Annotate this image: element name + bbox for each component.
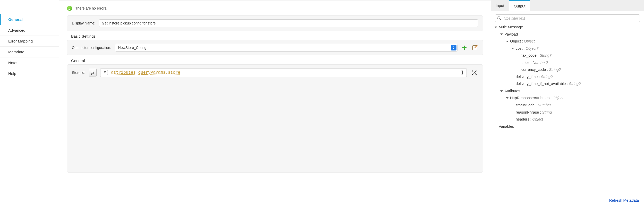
metadata-tree: Mule MessagePayloadObject:Objectcost:Obj… (491, 24, 644, 131)
fx-toggle-button[interactable]: fx (89, 69, 97, 76)
expr-part-1: attributes (111, 70, 136, 75)
search-icon (497, 16, 501, 20)
tree-node-name: delivery_time_if_not_available (516, 80, 566, 88)
status-row: There are no errors. (67, 6, 483, 11)
open-expression-editor-button[interactable] (470, 69, 478, 76)
nav-item-metadata[interactable]: Metadata (0, 47, 59, 57)
tree-node[interactable]: Attributes (494, 88, 641, 95)
tree-node-name: Payload (504, 31, 518, 38)
refresh-metadata-link[interactable]: Refresh Metadata (609, 198, 639, 202)
tree-type-separator: : (529, 116, 532, 123)
tree-type-separator: : (549, 95, 553, 102)
tree-node[interactable]: delivery_time_if_not_available:String? (494, 80, 641, 88)
display-name-panel: Display Name: (67, 15, 483, 31)
tree-node-name: delivery_time (516, 73, 538, 81)
tree-type-separator: : (537, 52, 540, 59)
tree-type-separator: : (539, 109, 542, 116)
tree-node-type: Number? (532, 59, 548, 66)
expr-part-3: store (168, 70, 180, 75)
tree-type-separator: : (566, 80, 569, 88)
edit-config-button[interactable] (471, 44, 478, 51)
expr-hash: # (104, 70, 106, 75)
tree-node[interactable]: Variables (494, 123, 641, 130)
tree-node-name: price (521, 59, 529, 66)
expr-dot-1: . (136, 70, 138, 75)
tree-node-type: String? (549, 66, 561, 73)
tree-node-type: Number (538, 102, 551, 109)
basic-settings-panel: Connector configuration: (67, 40, 483, 55)
store-id-expression-input[interactable]: # [ attributes . queryParams . store ] (100, 68, 467, 77)
nav-item-advanced[interactable]: Advanced (0, 25, 59, 36)
tree-node-name: tax_code (521, 52, 537, 59)
plus-icon (462, 46, 467, 50)
tree-type-separator: : (523, 45, 526, 52)
tree-node-type: Object (553, 95, 563, 102)
tree-node-name: HttpResponseAttributes (510, 95, 549, 102)
nav-item-notes[interactable]: Notes (0, 57, 59, 68)
tree-type-separator: : (546, 66, 549, 73)
tree-node[interactable]: Payload (494, 31, 641, 38)
tree-node-name: statusCode (516, 102, 535, 109)
tab-input[interactable]: Input (491, 0, 509, 11)
tree-node-name: reasonPhrase (516, 109, 539, 116)
display-name-label: Display Name: (72, 21, 95, 25)
tree-node[interactable]: currency_code:String? (494, 66, 641, 73)
tree-node-type: Object? (526, 45, 539, 52)
expr-dot-2: . (165, 70, 168, 75)
connector-config-label: Connector configuration: (72, 46, 111, 50)
tree-node[interactable]: cost:Object? (494, 45, 641, 52)
nav-item-general[interactable]: General (0, 14, 59, 25)
tree-node-type: String (542, 109, 552, 116)
tree-node-name: Variables (499, 123, 514, 130)
tree-node[interactable]: price:Number? (494, 59, 641, 66)
status-text: There are no errors. (75, 6, 107, 10)
connector-config-select[interactable] (115, 44, 457, 52)
connector-config-select-wrap (115, 44, 457, 52)
chevron-down-icon[interactable] (494, 25, 498, 29)
tree-type-separator: : (529, 59, 532, 66)
tree-node-name: Object (510, 38, 521, 45)
tree-node[interactable]: statusCode:Number (494, 102, 641, 109)
tree-node-name: Attributes (504, 88, 520, 95)
metadata-filter-input[interactable] (495, 14, 640, 22)
tree-node-name: cost (516, 45, 523, 52)
tree-type-separator: : (538, 73, 541, 81)
basic-settings-heading: Basic Settings (71, 34, 483, 38)
tree-node[interactable]: delivery_time:String? (494, 73, 641, 81)
edit-icon (472, 45, 477, 50)
tree-node-type: Object (524, 38, 535, 45)
tree-node[interactable]: headers:Object (494, 116, 641, 123)
io-tabs: Input Output (491, 0, 644, 11)
chevron-down-icon[interactable] (500, 32, 503, 36)
store-id-label: Store id: (72, 71, 85, 75)
tab-output[interactable]: Output (509, 0, 530, 11)
tree-type-separator: : (535, 102, 538, 109)
tree-node[interactable]: reasonPhrase:String (494, 109, 641, 116)
left-nav: General Advanced Error Mapping Metadata … (0, 0, 59, 205)
tree-node[interactable]: HttpResponseAttributes:Object (494, 95, 641, 102)
tree-node[interactable]: Mule Message (494, 24, 641, 31)
display-name-input[interactable] (99, 19, 478, 27)
tree-type-separator: : (521, 38, 524, 45)
dataweave-icon (471, 70, 477, 75)
tree-node[interactable]: tax_code:String? (494, 52, 641, 59)
chevron-down-icon[interactable] (511, 47, 515, 50)
tree-node-name: Mule Message (499, 24, 523, 31)
tree-node-type: String? (541, 73, 553, 81)
tree-node-type: String? (540, 52, 552, 59)
add-config-button[interactable] (461, 44, 468, 51)
tree-node-type: Object (532, 116, 543, 123)
nav-item-help[interactable]: Help (0, 68, 59, 79)
expr-open: [ (106, 70, 109, 75)
nav-item-error-mapping[interactable]: Error Mapping (0, 36, 59, 47)
general-panel: Store id: fx # [ attributes . queryParam… (67, 64, 483, 173)
chevron-down-icon[interactable] (505, 40, 509, 43)
check-ok-icon (67, 6, 72, 11)
general-heading: General (71, 58, 483, 63)
config-form: There are no errors. Display Name: Basic… (59, 0, 491, 205)
chevron-down-icon[interactable] (505, 96, 509, 100)
expr-part-2: queryParams (138, 70, 166, 75)
chevron-down-icon[interactable] (500, 89, 503, 93)
tree-node[interactable]: Object:Object (494, 38, 641, 45)
tree-node-type: String? (569, 80, 581, 88)
